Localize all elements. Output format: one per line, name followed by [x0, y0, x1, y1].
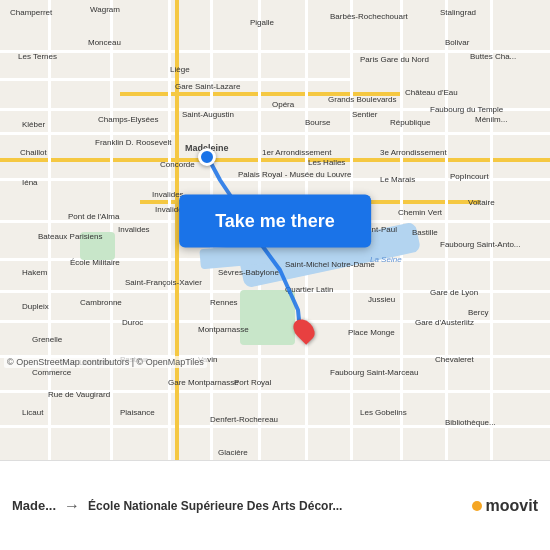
moovit-logo-dot	[472, 501, 482, 511]
jardin-du-luxembourg	[240, 290, 295, 345]
road-h-11	[0, 390, 550, 393]
road-v-3	[168, 0, 171, 460]
road-v-10	[490, 0, 493, 460]
road-h-12	[0, 425, 550, 428]
road-h-5	[0, 178, 550, 181]
map-container: ChamperretWagramStalingradLes TernesMonc…	[0, 0, 550, 460]
road-h-1	[0, 50, 550, 53]
road-v-1	[48, 0, 51, 460]
champs-elysees-road	[0, 158, 550, 162]
take-me-there-button[interactable]: Take me there	[179, 194, 371, 247]
moovit-logo: moovit	[472, 497, 538, 515]
map-attribution: © OpenStreetMap contributors | © OpenMap…	[4, 356, 207, 368]
direction-arrow-icon: →	[64, 497, 80, 515]
road-v-2	[110, 0, 113, 460]
road-v-9	[445, 0, 448, 460]
to-station: École Nationale Supérieure Des Arts Déco…	[88, 499, 463, 513]
moovit-logo-text: moovit	[486, 497, 538, 515]
road-h-3	[0, 108, 550, 111]
road-h-4	[0, 132, 550, 135]
from-station: Made...	[12, 498, 56, 513]
origin-marker	[198, 148, 216, 166]
bottom-bar: Made... → École Nationale Supérieure Des…	[0, 460, 550, 550]
destination-marker	[295, 318, 313, 342]
champ-de-mars	[80, 232, 115, 260]
